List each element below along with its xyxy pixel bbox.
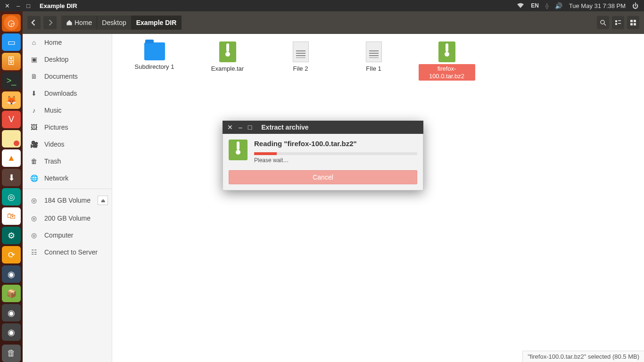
sidebar-item-downloads[interactable]: ⬇Downloads bbox=[23, 85, 112, 102]
svg-line-1 bbox=[604, 24, 606, 25]
eject-button[interactable]: ⏏ bbox=[98, 196, 108, 205]
archive-icon bbox=[219, 41, 236, 62]
wifi-icon[interactable] bbox=[517, 3, 524, 8]
launcher-firefox-icon[interactable]: 🦊 bbox=[2, 91, 21, 109]
text-file-icon bbox=[366, 41, 382, 62]
sidebar-item-label: Videos bbox=[44, 140, 65, 148]
launcher-vlc-icon[interactable]: ▲ bbox=[2, 149, 21, 167]
svg-rect-2 bbox=[615, 20, 617, 22]
close-icon[interactable]: ✕ bbox=[5, 2, 10, 9]
sidebar-item-label: Downloads bbox=[44, 90, 77, 97]
minimize-icon[interactable]: – bbox=[17, 2, 20, 9]
file-item-archive[interactable]: Example.tar bbox=[191, 40, 264, 82]
progress-bar bbox=[254, 152, 417, 155]
svg-rect-7 bbox=[634, 20, 636, 22]
back-button[interactable] bbox=[27, 16, 41, 29]
archive-icon bbox=[229, 140, 248, 160]
launcher-software-icon[interactable]: 🛍 bbox=[2, 207, 21, 225]
launcher-archive-icon[interactable]: 📦 bbox=[2, 285, 21, 302]
sidebar-item-documents[interactable]: 🗎Documents bbox=[23, 68, 112, 85]
grid-view-button[interactable] bbox=[627, 16, 639, 29]
cancel-button[interactable]: Cancel bbox=[229, 170, 417, 184]
sidebar-item-label: Network bbox=[44, 174, 68, 182]
svg-rect-9 bbox=[634, 23, 636, 25]
breadcrumb: Home Desktop Example DIR bbox=[61, 16, 182, 30]
search-button[interactable] bbox=[597, 16, 609, 29]
status-text: "firefox-100.0.tar.bz2" selected (80.5 M… bbox=[528, 353, 639, 360]
breadcrumb-home-label: Home bbox=[74, 19, 92, 26]
sidebar-item-home[interactable]: ⌂Home bbox=[23, 34, 112, 51]
launcher-notes-icon[interactable] bbox=[2, 130, 21, 148]
home-icon: ⌂ bbox=[30, 39, 38, 46]
sidebar-item-volume-200[interactable]: ◎200 GB Volume bbox=[23, 210, 112, 227]
launcher-app-icon[interactable]: ▭ bbox=[2, 33, 21, 51]
sidebar-item-label: 184 GB Volume bbox=[44, 197, 91, 204]
svg-rect-8 bbox=[630, 23, 633, 25]
breadcrumb-current[interactable]: Example DIR bbox=[132, 16, 182, 30]
sidebar-item-label: Music bbox=[44, 107, 62, 114]
breadcrumb-current-label: Example DIR bbox=[136, 19, 177, 26]
file-item-folder[interactable]: Subdirectory 1 bbox=[118, 40, 191, 82]
launcher-settings-icon[interactable]: ⚙ bbox=[2, 227, 21, 244]
launcher-sync-icon[interactable]: ⟳ bbox=[2, 246, 21, 263]
svg-rect-3 bbox=[618, 20, 621, 21]
svg-rect-5 bbox=[618, 23, 621, 24]
trash-icon: 🗑 bbox=[30, 157, 38, 165]
launcher-disk1-icon[interactable]: ◉ bbox=[2, 304, 21, 321]
launcher-ubuntu-icon[interactable]: ◶ bbox=[2, 14, 21, 32]
svg-rect-6 bbox=[630, 20, 633, 22]
launcher-disk2-icon[interactable]: ◉ bbox=[2, 323, 21, 341]
network-icon: 🌐 bbox=[30, 174, 38, 182]
server-icon: ☷ bbox=[30, 248, 38, 256]
forward-button[interactable] bbox=[43, 16, 57, 29]
clock[interactable]: Tue May 31 7:38 PM bbox=[569, 2, 626, 9]
sidebar-item-label: Pictures bbox=[44, 123, 68, 131]
file-label: Example.tar bbox=[209, 64, 246, 74]
launcher-files-icon[interactable]: 🗄 bbox=[2, 53, 21, 70]
breadcrumb-desktop[interactable]: Desktop bbox=[97, 16, 131, 30]
archive-icon bbox=[438, 41, 455, 62]
sidebar-item-connect-server[interactable]: ☷Connect to Server bbox=[23, 244, 112, 261]
bluetooth-icon[interactable]: ⟠ bbox=[545, 2, 548, 9]
breadcrumb-home[interactable]: Home bbox=[61, 16, 97, 30]
file-label: FIle 1 bbox=[364, 64, 383, 74]
sidebar-item-volume-184[interactable]: ◎184 GB Volume⏏ bbox=[23, 191, 112, 210]
launcher-shutter-icon[interactable]: ◎ bbox=[2, 188, 21, 206]
launcher-media-icon[interactable]: ◉ bbox=[2, 265, 21, 283]
breadcrumb-desktop-label: Desktop bbox=[102, 19, 126, 26]
videos-icon: 🎥 bbox=[30, 140, 38, 148]
sidebar-item-network[interactable]: 🌐Network bbox=[23, 170, 112, 187]
sidebar-item-label: Trash bbox=[44, 157, 61, 165]
keyboard-language[interactable]: EN bbox=[531, 2, 539, 9]
sidebar-item-computer[interactable]: ◎Computer bbox=[23, 227, 112, 244]
launcher-vivaldi-icon[interactable]: V bbox=[2, 111, 21, 128]
computer-icon: ◎ bbox=[30, 231, 38, 239]
file-item-archive-selected[interactable]: firefox-100.0.tar.bz2 bbox=[410, 40, 483, 82]
maximize-icon[interactable]: □ bbox=[26, 2, 30, 9]
file-label: File 2 bbox=[291, 64, 310, 74]
file-item-text[interactable]: FIle 1 bbox=[337, 40, 410, 82]
file-label: firefox-100.0.tar.bz2 bbox=[419, 64, 475, 81]
sidebar: ⌂Home ▣Desktop 🗎Documents ⬇Downloads ♪Mu… bbox=[23, 34, 112, 362]
sidebar-item-trash[interactable]: 🗑Trash bbox=[23, 153, 112, 170]
sound-icon[interactable]: 🔊 bbox=[555, 2, 562, 9]
launcher-download-icon[interactable]: ⬇ bbox=[2, 169, 21, 186]
file-content-area[interactable]: Subdirectory 1 Example.tar File 2 FIle 1… bbox=[112, 34, 644, 362]
list-view-button[interactable] bbox=[612, 16, 624, 29]
dialog-minimize-icon[interactable]: – bbox=[239, 123, 242, 131]
sidebar-item-label: Home bbox=[44, 39, 62, 46]
dialog-maximize-icon[interactable]: □ bbox=[248, 123, 252, 131]
disk-icon: ◎ bbox=[30, 197, 38, 204]
file-item-text[interactable]: File 2 bbox=[264, 40, 337, 82]
power-icon[interactable]: ⏻ bbox=[632, 2, 638, 9]
sidebar-item-music[interactable]: ♪Music bbox=[23, 102, 112, 119]
sidebar-item-label: Desktop bbox=[44, 56, 68, 63]
dialog-close-icon[interactable]: ✕ bbox=[227, 123, 233, 131]
launcher-trash-icon[interactable]: 🗑 bbox=[2, 345, 21, 362]
sidebar-item-pictures[interactable]: 🖼Pictures bbox=[23, 119, 112, 136]
sidebar-item-videos[interactable]: 🎥Videos bbox=[23, 136, 112, 153]
launcher-terminal-icon[interactable]: >_ bbox=[2, 72, 21, 90]
disk-icon: ◎ bbox=[30, 214, 38, 222]
sidebar-item-desktop[interactable]: ▣Desktop bbox=[23, 51, 112, 68]
status-bar: "firefox-100.0.tar.bz2" selected (80.5 M… bbox=[522, 351, 644, 362]
